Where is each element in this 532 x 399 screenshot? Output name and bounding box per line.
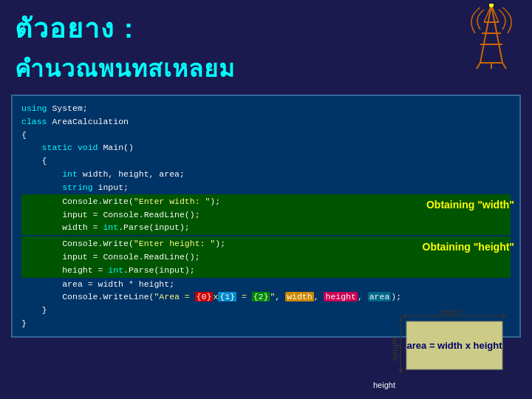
- title-line1: ตัวอยาง :: [15, 7, 517, 50]
- code-line-5: {: [21, 154, 511, 168]
- svg-text:height: height: [373, 381, 395, 389]
- header: ตัวอยาง : คำนวณพนทสเหลยม: [0, 0, 532, 91]
- code-line-15: Console.WriteLine("Area = {0}x{1} = {2}"…: [21, 290, 511, 304]
- code-line-7: string input;: [21, 181, 511, 194]
- code-line-6: int width, height, area;: [21, 168, 511, 181]
- code-line-14: area = width * height;: [21, 278, 511, 291]
- svg-marker-17: [398, 369, 403, 374]
- svg-text:width: width: [440, 310, 462, 316]
- tower-icon: [462, 4, 521, 70]
- svg-point-9: [489, 4, 494, 7]
- svg-marker-16: [398, 317, 403, 321]
- code-line-10: width = int.Parse(input);: [21, 221, 511, 234]
- code-line-13: height = int.Parse(input);: [21, 264, 511, 277]
- title-line2: คำนวณพนทสเหลยม: [15, 50, 517, 87]
- code-line-2: class AreaCalculation: [21, 115, 511, 129]
- code-line-1: using System;: [21, 102, 511, 115]
- svg-text:height: height: [390, 336, 399, 361]
- svg-text:area = width x height: area = width x height: [407, 340, 503, 351]
- obtaining-width-label: Obtaining "width": [426, 197, 514, 214]
- code-line-3: {: [21, 129, 511, 142]
- svg-marker-12: [402, 314, 406, 318]
- svg-marker-13: [502, 314, 507, 318]
- code-line-4: static void Main(): [21, 141, 511, 154]
- svg-line-6: [477, 63, 480, 69]
- diagram-svg: width height area = width x height heigh…: [362, 310, 525, 392]
- svg-line-7: [502, 63, 506, 69]
- diagram-area: width height area = width x height heigh…: [362, 310, 525, 392]
- obtaining-height-label: Obtaining "height": [423, 239, 514, 256]
- code-container: using System; class AreaCalculation { st…: [11, 95, 521, 338]
